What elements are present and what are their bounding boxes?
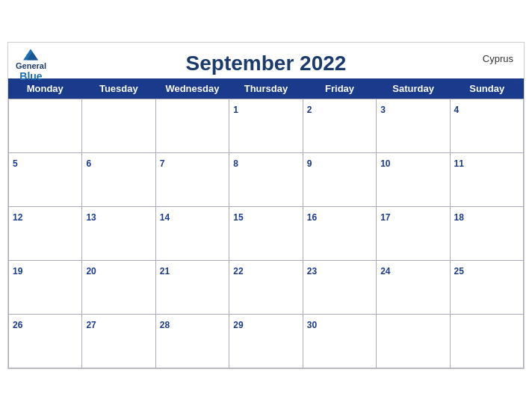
- cell-date-number: 16: [307, 212, 317, 223]
- calendar-cell: 10: [377, 153, 450, 207]
- weekday-saturday: Saturday: [377, 78, 451, 99]
- cell-date-number: 19: [13, 266, 22, 276]
- calendar-cell: [451, 315, 524, 368]
- calendar-cell: 4: [451, 99, 524, 153]
- cell-date-number: 14: [160, 212, 170, 223]
- cell-date-number: 2: [307, 105, 312, 115]
- weekday-header-row: Monday Tuesday Wednesday Thursday Friday…: [8, 78, 524, 99]
- cell-date-number: 11: [454, 158, 464, 169]
- calendar-cell: 17: [377, 207, 450, 261]
- cell-date-number: 25: [454, 266, 464, 276]
- calendar-cell: 26: [9, 315, 82, 368]
- calendar-cell: [156, 99, 229, 153]
- weekday-sunday: Sunday: [450, 78, 524, 99]
- cell-date-number: 26: [13, 320, 22, 330]
- calendar-cell: 28: [156, 315, 229, 368]
- logo-general-text: General: [16, 61, 46, 70]
- cell-date-number: 3: [380, 105, 386, 115]
- cell-date-number: 1: [233, 105, 238, 115]
- weekday-friday: Friday: [303, 78, 377, 99]
- calendar-cell: 20: [82, 261, 155, 315]
- calendar-cell: [9, 99, 82, 153]
- cell-date-number: 7: [160, 158, 165, 169]
- logo-blue-text: Blue: [19, 70, 42, 82]
- cell-date-number: 23: [307, 266, 317, 276]
- cell-date-number: 9: [307, 158, 312, 169]
- cell-date-number: 22: [233, 266, 243, 276]
- calendar-cell: [82, 99, 155, 153]
- cell-date-number: 15: [233, 212, 243, 223]
- cell-date-number: 27: [86, 320, 96, 330]
- calendar-cell: [377, 315, 450, 368]
- calendar-cell: 7: [156, 153, 229, 207]
- logo: General Blue: [16, 49, 46, 82]
- calendar-cell: 25: [451, 261, 524, 315]
- cell-date-number: 5: [13, 158, 18, 169]
- cell-date-number: 18: [454, 212, 464, 223]
- calendar-cell: 9: [303, 153, 377, 207]
- cell-date-number: 20: [86, 266, 96, 276]
- calendar-cell: 16: [303, 207, 377, 261]
- cell-date-number: 10: [380, 158, 390, 169]
- logo-icon: [23, 49, 38, 61]
- calendar-cell: 3: [377, 99, 450, 153]
- calendar-title: September 2022: [186, 52, 347, 75]
- calendar-cell: 14: [156, 207, 229, 261]
- calendar-cell: 1: [229, 99, 303, 153]
- cell-date-number: 6: [86, 158, 91, 169]
- weekday-tuesday: Tuesday: [82, 78, 156, 99]
- calendar-cell: 2: [303, 99, 377, 153]
- calendar-cell: 29: [229, 315, 303, 368]
- weekday-thursday: Thursday: [229, 78, 303, 99]
- calendar-header: General Blue September 2022 Cyprus: [8, 43, 524, 78]
- calendar-cell: 8: [229, 153, 303, 207]
- cell-date-number: 8: [233, 158, 238, 169]
- calendar-cell: 22: [229, 261, 303, 315]
- calendar-grid: 1234567891011121314151617181920212223242…: [8, 99, 524, 368]
- calendar-cell: 24: [377, 261, 450, 315]
- weekday-wednesday: Wednesday: [155, 78, 229, 99]
- calendar-cell: 6: [82, 153, 155, 207]
- calendar-cell: 21: [156, 261, 229, 315]
- country-label: Cyprus: [483, 53, 513, 64]
- cell-date-number: 17: [380, 212, 390, 223]
- cell-date-number: 21: [160, 266, 170, 276]
- calendar-cell: 13: [82, 207, 155, 261]
- calendar-cell: 11: [451, 153, 524, 207]
- calendar-cell: 15: [229, 207, 303, 261]
- calendar-cell: 12: [9, 207, 82, 261]
- calendar: General Blue September 2022 Cyprus Monda…: [7, 42, 525, 369]
- calendar-cell: 27: [82, 315, 155, 368]
- cell-date-number: 24: [380, 266, 390, 276]
- cell-date-number: 4: [454, 105, 460, 115]
- calendar-cell: 18: [451, 207, 524, 261]
- calendar-cell: 30: [303, 315, 377, 368]
- calendar-cell: 19: [9, 261, 82, 315]
- cell-date-number: 28: [160, 320, 170, 330]
- cell-date-number: 12: [13, 212, 22, 223]
- calendar-cell: 23: [303, 261, 377, 315]
- cell-date-number: 29: [233, 320, 243, 330]
- calendar-cell: 5: [9, 153, 82, 207]
- cell-date-number: 13: [86, 212, 96, 223]
- cell-date-number: 30: [307, 320, 317, 330]
